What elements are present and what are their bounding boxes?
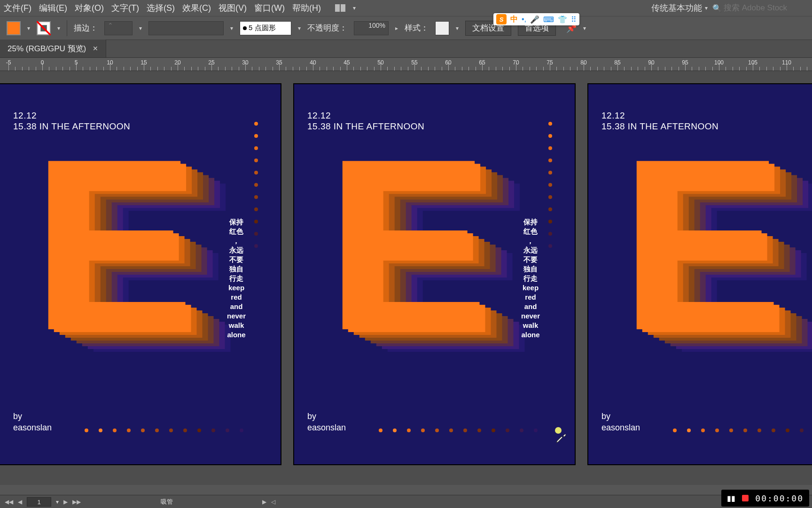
horizontal-ruler[interactable]: -505101520253035404550556065707580859095… <box>0 58 812 71</box>
ruler-marker: 15 <box>141 59 147 66</box>
sogou-logo-icon: S <box>496 14 507 24</box>
ruler-marker: 0 <box>41 59 44 66</box>
chevron-down-icon[interactable]: ▾ <box>57 25 60 32</box>
ruler-marker: 65 <box>479 59 485 66</box>
search-adobe-stock[interactable]: 🔍 <box>712 3 808 13</box>
ruler-marker: 80 <box>580 59 586 66</box>
style-label: 样式： <box>405 23 429 33</box>
play-icon[interactable]: ▶ <box>262 499 266 505</box>
ime-lang[interactable]: 中 <box>510 15 518 24</box>
menu-type[interactable]: 文字(T) <box>111 2 139 14</box>
menu-object[interactable]: 对象(O) <box>75 2 104 14</box>
chevron-down-icon[interactable]: ▾ <box>456 25 459 32</box>
ime-toolbar[interactable]: S 中 •, 🎤 ⌨ 👕 ⠿ <box>493 13 579 25</box>
workspace-label: 传统基本功能 <box>651 2 702 14</box>
ruler-marker: 20 <box>174 59 180 66</box>
status-bar: ◀◀ ◀ 1 ▾ ▶ ▶▶ 吸管 ▶ ◁ <box>0 495 812 508</box>
ruler-marker: 40 <box>310 59 316 66</box>
pause-icon[interactable]: ▮▮ <box>727 494 735 503</box>
poster-byline: byeasonslan <box>13 411 52 433</box>
ruler-marker: -5 <box>6 59 11 66</box>
stop-record-button[interactable] <box>742 495 749 501</box>
stroke-weight-input[interactable]: ⌃ <box>104 21 133 35</box>
fill-swatch[interactable] <box>7 21 21 35</box>
brush-dropdown[interactable]: 5 点圆形 <box>240 21 291 35</box>
chevron-down-icon[interactable]: ▾ <box>583 25 586 32</box>
menu-select[interactable]: 选择(S) <box>147 2 175 14</box>
ruler-marker: 5 <box>75 59 78 66</box>
ruler-marker: 100 <box>714 59 724 66</box>
artboard[interactable]: 12.1215.38 IN THE AFTERNOONEEEEEEEEE保持红色… <box>0 84 281 464</box>
poster-letter-e: EEEEEEEEE <box>613 145 812 348</box>
ruler-marker: 105 <box>748 59 757 66</box>
chevron-down-icon[interactable]: ▾ <box>56 499 59 505</box>
microphone-icon[interactable]: 🎤 <box>530 15 539 24</box>
menu-help[interactable]: 帮助(H) <box>292 2 321 14</box>
chevron-down-icon[interactable]: ▾ <box>139 25 142 32</box>
ruler-marker: 10 <box>107 59 113 66</box>
artboard-number-input[interactable]: 1 <box>27 497 51 507</box>
graphic-style-swatch[interactable] <box>435 21 449 35</box>
close-icon[interactable]: ✕ <box>93 45 98 52</box>
dot-row <box>379 429 538 432</box>
record-timer: 00:00:00 <box>755 493 804 503</box>
dot-row <box>673 429 812 432</box>
workspace-dropdown[interactable]: 传统基本功能 ▾ <box>651 2 708 14</box>
last-artboard-button[interactable]: ▶▶ <box>72 499 81 505</box>
opacity-input[interactable]: 100% <box>354 21 389 35</box>
ruler-marker: 55 <box>411 59 417 66</box>
menu-window[interactable]: 窗口(W) <box>254 2 285 14</box>
ruler-marker: 50 <box>377 59 383 66</box>
stroke-swatch[interactable] <box>37 21 51 35</box>
toolbox-icon[interactable]: ⠿ <box>571 15 577 24</box>
opacity-label: 不透明度： <box>307 23 347 33</box>
menu-view[interactable]: 视图(V) <box>219 2 247 14</box>
poster-letter-e: EEEEEEEEE <box>24 145 226 348</box>
next-artboard-button[interactable]: ▶ <box>63 499 68 505</box>
search-icon: 🔍 <box>712 4 722 13</box>
chevron-right-icon[interactable]: ▸ <box>395 25 398 32</box>
menu-edit[interactable]: 编辑(E) <box>39 2 67 14</box>
poster-byline: byeasonslan <box>307 411 346 433</box>
poster-byline: byeasonslan <box>601 411 640 433</box>
ruler-marker: 85 <box>614 59 620 66</box>
chevron-down-icon[interactable]: ▾ <box>298 25 301 32</box>
first-artboard-button[interactable]: ◀◀ <box>5 499 13 505</box>
document-tab[interactable]: 25% (RGB/GPU 预览) ✕ <box>0 40 106 57</box>
stroke-profile-dropdown[interactable] <box>148 21 224 35</box>
menu-bar: 文件(F) 编辑(E) 对象(O) 文字(T) 选择(S) 效果(C) 视图(V… <box>0 0 812 16</box>
artboard[interactable]: 12.1215.38 IN THE AFTERNOONEEEEEEEEE保持红色… <box>294 84 575 464</box>
ruler-marker: 30 <box>242 59 248 66</box>
chevron-down-icon[interactable]: ▾ <box>353 5 356 11</box>
eyedropper-cursor-icon <box>555 427 567 445</box>
keyboard-icon[interactable]: ⌨ <box>543 15 554 24</box>
prev-artboard-button[interactable]: ◀ <box>18 499 22 505</box>
chevron-down-icon: ▾ <box>705 5 708 11</box>
panel-layout-icon[interactable] <box>335 4 345 12</box>
ruler-marker: 60 <box>445 59 451 66</box>
dot-row <box>85 429 243 432</box>
document-tab-bar: 25% (RGB/GPU 预览) ✕ <box>0 40 812 58</box>
dot-column <box>254 122 258 248</box>
back-icon[interactable]: ◁ <box>271 499 275 505</box>
ime-punct-icon[interactable]: •, <box>522 15 526 24</box>
ruler-marker: 110 <box>782 59 791 66</box>
brush-label: 5 点圆形 <box>249 24 276 32</box>
ruler-marker: 25 <box>208 59 214 66</box>
menu-effect[interactable]: 效果(C) <box>182 2 211 14</box>
artboard[interactable]: 12.1215.38 IN THE AFTERNOONEEEEEEEEE保持红色… <box>588 84 812 464</box>
canvas-area[interactable]: 12.1215.38 IN THE AFTERNOONEEEEEEEEE保持红色… <box>0 71 812 485</box>
poster-letter-e: EEEEEEEEE <box>319 145 521 348</box>
chevron-down-icon[interactable]: ▾ <box>27 25 30 32</box>
search-input[interactable] <box>724 3 808 13</box>
ruler-marker: 95 <box>682 59 688 66</box>
document-tab-title: 25% (RGB/GPU 预览) <box>8 43 86 54</box>
ruler-marker: 90 <box>648 59 654 66</box>
current-tool-label: 吸管 <box>161 498 173 506</box>
screen-recorder[interactable]: ▮▮ 00:00:00 <box>721 490 809 507</box>
chevron-down-icon[interactable]: ▾ <box>230 25 233 32</box>
ruler-marker: 70 <box>513 59 519 66</box>
menu-file[interactable]: 文件(F) <box>4 2 31 14</box>
ruler-marker: 75 <box>547 59 553 66</box>
skin-icon[interactable]: 👕 <box>558 15 567 24</box>
